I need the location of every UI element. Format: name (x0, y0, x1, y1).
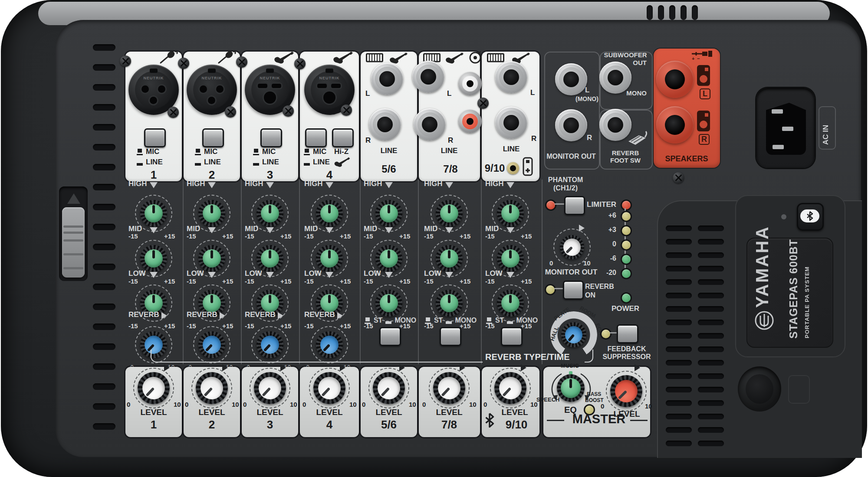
ch56-st-mono-labels: STMONO (365, 317, 416, 324)
ch910-line-label: LINE (503, 145, 520, 154)
reverb-type-time-knob[interactable] (559, 320, 588, 349)
ch910-st-mono-switch[interactable] (501, 327, 523, 346)
ch56-line-label: LINE (381, 147, 398, 155)
screw (673, 172, 684, 183)
ch56-number: 5/6 (381, 163, 396, 175)
monitor-r-label: R (587, 134, 592, 142)
left-vent-slot (93, 244, 115, 250)
bluetooth-icon (484, 413, 495, 428)
monitor-l-label: L (585, 86, 589, 95)
ch2-mic-line-switch[interactable] (202, 128, 224, 147)
top-vent-slot (692, 5, 698, 20)
ch56-line-l-jack (371, 63, 403, 95)
right-vent-slot (698, 360, 724, 366)
scale-0: 0 (549, 259, 553, 267)
right-vent-slot (666, 373, 692, 379)
screw (236, 56, 247, 68)
ch910-level-label: LEVEL (501, 408, 528, 417)
microphone-icon (159, 50, 178, 64)
meter-0-led (621, 239, 632, 251)
reverb-on-led (545, 284, 556, 295)
marker-icon (337, 312, 343, 319)
marker-icon (161, 312, 167, 319)
ch78-level-knob[interactable] (429, 368, 470, 408)
ch56-l-label: L (365, 89, 370, 98)
marker-icon (266, 227, 274, 233)
right-vent-slot (666, 441, 692, 446)
ch78-line-l-jack (412, 61, 444, 93)
ch56-level-knob[interactable] (368, 368, 409, 408)
right-vent-slot (698, 346, 724, 352)
ch1-mic-line-switch[interactable] (144, 128, 166, 147)
scale-min: -15 (128, 278, 138, 285)
master-level-knob[interactable] (606, 371, 647, 412)
strip-divider (481, 180, 482, 364)
subwoofer-out-label: OUT (633, 59, 647, 66)
meter-plus6-led (621, 211, 632, 222)
scale-min: -15 (128, 232, 138, 240)
left-vent-slot (93, 284, 115, 290)
speaker-cabinet-l-icon (696, 64, 711, 87)
st-label: ST (434, 317, 443, 324)
ch1-level-label: LEVEL (140, 408, 167, 417)
ch910-line-l-jack (495, 61, 527, 93)
ch3-level-knob[interactable] (250, 368, 290, 408)
ch4-level-label: LEVEL (316, 408, 342, 417)
mono-label: MONO (395, 317, 416, 324)
ch910-level-knob[interactable] (490, 368, 531, 408)
ch4-mic-line-switch[interactable] (305, 128, 327, 147)
ch56-st-mono-switch[interactable] (379, 327, 401, 346)
bluetooth-led (781, 214, 786, 219)
ch78-rca-r-jack (458, 110, 482, 133)
st-label: ST (495, 317, 504, 324)
switch-up-icon (137, 159, 143, 166)
subwoofer-mono-label: MONO (626, 89, 647, 97)
right-vent-slot (698, 414, 724, 419)
ch78-line-r-jack (414, 108, 446, 140)
guitar-icon (445, 52, 464, 64)
model-tagline: PORTABLE PA SYSTEM (804, 243, 810, 338)
latch-ridge (63, 253, 83, 255)
subwoofer-label: SUBWOOFER (604, 51, 647, 59)
reverb-footsw-jack (599, 109, 631, 141)
switch-up-icon (253, 159, 259, 166)
mono-label: MONO (516, 317, 538, 324)
marker-icon (506, 182, 514, 188)
marker-icon (326, 182, 333, 188)
ch3-high-label: HIGH (245, 180, 263, 188)
ch1-level-number: 1 (151, 418, 157, 431)
right-vent-slot (666, 320, 692, 325)
monitor-out-r-jack (555, 109, 587, 141)
phantom-switch[interactable] (564, 196, 585, 215)
scale-0: 0 (127, 401, 130, 408)
scale-max: +15 (521, 278, 532, 285)
ch3-number: 3 (267, 168, 273, 182)
scale-max: +15 (460, 278, 470, 285)
feedback-suppressor-switch[interactable] (617, 324, 638, 343)
ch4-hiz-switch[interactable] (332, 128, 354, 147)
speaker-r-letter: R (699, 134, 710, 145)
ch910-stereo-mini-jack (507, 162, 519, 174)
ch1-number: 1 (151, 168, 157, 182)
ch56-line-r-jack (369, 108, 401, 140)
right-vent-slot (666, 400, 692, 406)
reverb-on-switch[interactable] (563, 281, 584, 300)
scale-min: -15 (424, 278, 434, 285)
scale-max: +15 (399, 232, 410, 240)
mic-label: MIC (262, 147, 276, 156)
ch2-mid-label: MID (187, 225, 200, 233)
ch3-mic-line-switch[interactable] (260, 128, 282, 147)
ch4-level-knob[interactable] (309, 368, 350, 408)
ch78-st-mono-switch[interactable] (440, 327, 461, 346)
strip-divider (241, 180, 242, 364)
ch2-level-knob[interactable] (191, 368, 232, 408)
scale-max: +15 (521, 232, 532, 240)
line-label: LINE (146, 158, 163, 167)
scale-10: 10 (409, 401, 416, 408)
ch1-level-knob[interactable] (133, 368, 174, 408)
left-vent-slot (93, 264, 115, 270)
ch3-level-label: LEVEL (256, 408, 283, 417)
meter-plus3-led (621, 225, 632, 236)
ch910-number: 9/10 (485, 162, 505, 174)
scale-10: 10 (290, 401, 297, 408)
